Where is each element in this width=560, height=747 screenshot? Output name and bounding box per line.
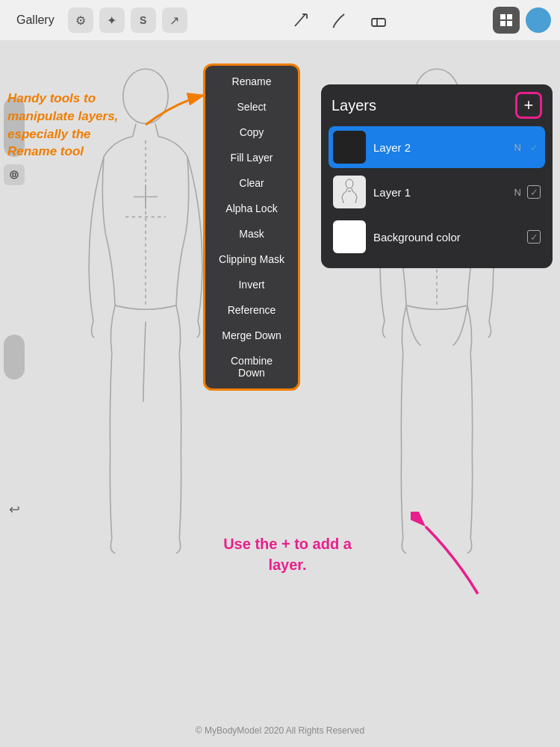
add-layer-button[interactable]: + <box>515 92 542 119</box>
toolbar: Gallery ⚙ ✦ S ↗ <box>0 0 560 41</box>
context-menu: Rename Select Copy Fill Layer Clear Alph… <box>203 63 300 391</box>
arrow-icon[interactable]: ↗ <box>162 7 187 33</box>
context-menu-clipping-mask[interactable]: Clipping Mask <box>205 247 298 272</box>
context-menu-alpha-lock[interactable]: Alpha Lock <box>205 196 298 221</box>
layer-1-name: Layer 1 <box>373 186 514 199</box>
context-menu-fill-layer[interactable]: Fill Layer <box>205 145 298 170</box>
context-menu-combine-down[interactable]: Combine Down <box>205 348 298 385</box>
context-menu-copy[interactable]: Copy <box>205 120 298 145</box>
layer-2-name: Layer 2 <box>373 141 514 154</box>
smudge-icon[interactable]: S <box>131 7 156 33</box>
opacity-slider[interactable] <box>4 335 25 379</box>
svg-line-0 <box>295 14 305 26</box>
undo-button[interactable]: ↩ <box>4 499 25 520</box>
eraser-tool-icon[interactable] <box>367 8 391 32</box>
annotation-use-plus: Use the + to add a layer. <box>220 533 355 575</box>
svg-rect-7 <box>500 21 505 26</box>
toolbar-left: Gallery ⚙ ✦ S ↗ <box>9 7 187 33</box>
canvas-area: ↩ <box>0 41 560 747</box>
layer-row-background[interactable]: Background color ✓ <box>329 216 545 258</box>
layer-2-checkbox[interactable]: ✓ <box>527 140 541 154</box>
context-menu-rename[interactable]: Rename <box>205 69 298 94</box>
layer-1-checkbox[interactable]: ✓ <box>527 185 541 199</box>
svg-rect-3 <box>372 19 385 26</box>
svg-rect-8 <box>507 21 512 26</box>
svg-line-23 <box>346 188 347 191</box>
svg-point-22 <box>346 179 353 188</box>
svg-line-24 <box>352 188 352 191</box>
context-menu-mask[interactable]: Mask <box>205 221 298 247</box>
context-menu-clear[interactable]: Clear <box>205 170 298 196</box>
adjust-icon[interactable]: ✦ <box>99 7 125 33</box>
layers-toolbar-button[interactable] <box>493 7 520 34</box>
context-menu-select[interactable]: Select <box>205 94 298 120</box>
background-color-name: Background color <box>373 231 521 244</box>
background-color-thumbnail <box>333 220 366 253</box>
layer-row-1[interactable]: Layer 1 N ✓ <box>329 171 545 213</box>
pen-tool-icon[interactable] <box>289 8 313 32</box>
wrench-icon[interactable]: ⚙ <box>68 7 93 33</box>
toolbar-right <box>493 7 551 34</box>
layer-2-badge: N <box>514 142 521 153</box>
svg-rect-5 <box>500 14 505 19</box>
svg-rect-10 <box>13 173 16 176</box>
gallery-button[interactable]: Gallery <box>9 10 62 30</box>
layer-row-2[interactable]: Layer 2 N ✓ <box>329 126 545 168</box>
svg-point-9 <box>10 171 18 179</box>
layer-1-thumbnail <box>333 176 366 208</box>
context-menu-invert[interactable]: Invert <box>205 272 298 297</box>
brush-tool-icon[interactable] <box>328 8 352 32</box>
color-picker-btn[interactable] <box>4 164 25 185</box>
svg-line-13 <box>155 123 158 136</box>
copyright-text: © MyBodyModel 2020 All Rights Reserved <box>0 725 560 736</box>
layer-1-badge: N <box>514 187 521 198</box>
context-menu-reference[interactable]: Reference <box>205 297 298 323</box>
svg-rect-6 <box>507 14 512 19</box>
layers-panel-title: Layers <box>332 97 376 114</box>
background-color-checkbox[interactable]: ✓ <box>527 230 541 244</box>
layers-panel: Layers + Layer 2 N ✓ <box>321 84 553 268</box>
layer-2-thumbnail <box>333 131 366 164</box>
layers-panel-header: Layers + <box>329 92 545 119</box>
avatar[interactable] <box>526 7 551 33</box>
annotation-handy-tools: Handy tools to manipulate layers, especi… <box>7 90 138 161</box>
context-menu-merge-down[interactable]: Merge Down <box>205 323 298 348</box>
toolbar-center <box>187 8 493 32</box>
